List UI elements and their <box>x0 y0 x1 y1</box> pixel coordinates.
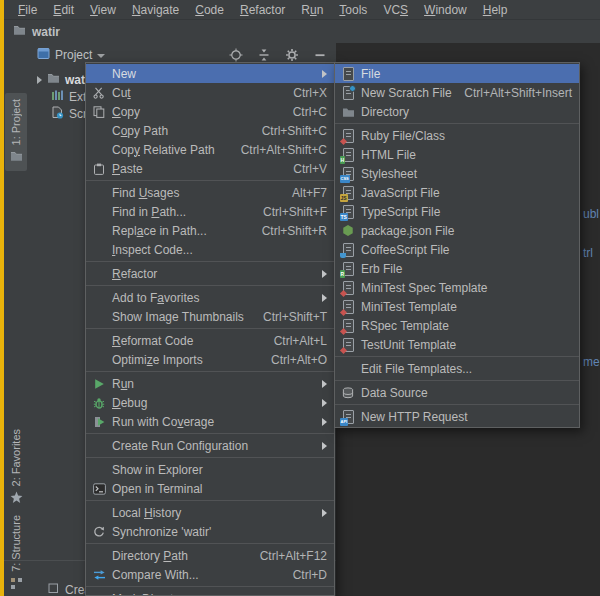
menu-item-label: JavaScript File <box>361 186 440 200</box>
blank-icon <box>91 505 107 521</box>
menu-item-label: TestUnit Template <box>361 338 456 352</box>
menubar-item-edit[interactable]: Edit <box>45 1 82 19</box>
menubar-item-window[interactable]: Window <box>416 1 475 19</box>
menu-item-show-image-thumbnails[interactable]: Show Image ThumbnailsCtrl+Shift+T <box>86 307 334 326</box>
menu-separator <box>335 380 579 381</box>
hide-panel-icon[interactable] <box>312 47 328 63</box>
menu-item-find-in-path[interactable]: Find in Path...Ctrl+Shift+F <box>86 202 334 221</box>
menu-item-inspect-code[interactable]: Inspect Code... <box>86 240 334 259</box>
menubar-item-file[interactable]: File <box>10 1 45 19</box>
tool-window-button-structure[interactable]: 7: Structure <box>5 511 27 596</box>
scratch-icon <box>51 106 64 122</box>
css-icon: CSS <box>340 166 356 182</box>
window-accent-stripe <box>0 0 4 596</box>
menu-item-edit-file-templates[interactable]: Edit File Templates... <box>335 359 579 378</box>
menu-item-typescript-file[interactable]: TSTypeScript File <box>335 202 579 221</box>
rubymine-window: FileEditViewNavigateCodeRefactorRunTools… <box>0 0 600 596</box>
breadcrumb-project[interactable]: watir <box>32 25 60 39</box>
menu-item-copy-path[interactable]: Copy PathCtrl+Shift+C <box>86 121 334 140</box>
menubar-item-vcs[interactable]: VCS <box>375 1 416 19</box>
chevron-down-icon[interactable] <box>97 54 105 58</box>
menu-item-label: Run with Coverage <box>112 415 214 429</box>
submenu-arrow-icon <box>322 442 327 450</box>
project-tab-icon <box>37 47 50 63</box>
blank-icon <box>91 333 107 349</box>
menu-item-new[interactable]: New <box>86 64 334 83</box>
menu-item-refactor[interactable]: Refactor <box>86 264 334 283</box>
menu-item-synchronize-watir[interactable]: Synchronize 'watir' <box>86 522 334 541</box>
menu-item-directory[interactable]: Directory <box>335 102 579 121</box>
menu-item-open-in-terminal[interactable]: Open in Terminal <box>86 479 334 498</box>
menu-item-rspec-template[interactable]: RSpec Template <box>335 316 579 335</box>
project-panel-title[interactable]: Project <box>55 48 92 62</box>
folder-icon <box>47 72 60 87</box>
menu-item-minitest-template[interactable]: MiniTest Template <box>335 297 579 316</box>
menu-item-copy[interactable]: CopyCtrl+C <box>86 102 334 121</box>
menu-item-find-usages[interactable]: Find UsagesAlt+F7 <box>86 183 334 202</box>
tool-window-button-favorites[interactable]: 2: Favorites <box>5 425 27 511</box>
menu-item-testunit-template[interactable]: TestUnit Template <box>335 335 579 354</box>
menu-item-html-file[interactable]: HHTML File <box>335 145 579 164</box>
blank-icon <box>91 204 107 220</box>
menu-item-show-in-explorer[interactable]: Show in Explorer <box>86 460 334 479</box>
editor-text-fragment: ubl <box>583 207 599 221</box>
menu-item-ruby-file-class[interactable]: Ruby File/Class <box>335 126 579 145</box>
menu-item-shortcut: Ctrl+D <box>293 568 327 582</box>
menu-item-data-source[interactable]: Data Source <box>335 383 579 402</box>
menu-item-erb-file[interactable]: RErb File <box>335 259 579 278</box>
menu-item-mark-directory-as[interactable]: Mark Directory as <box>86 589 334 596</box>
collapse-all-icon[interactable] <box>256 47 272 63</box>
menu-item-optimize-imports[interactable]: Optimize ImportsCtrl+Alt+O <box>86 350 334 369</box>
menu-item-copy-relative-path[interactable]: Copy Relative PathCtrl+Alt+Shift+C <box>86 140 334 159</box>
menubar-item-help[interactable]: Help <box>475 1 516 19</box>
menu-item-paste[interactable]: PasteCtrl+V <box>86 159 334 178</box>
menu-item-create-run-configuration[interactable]: Create Run Configuration <box>86 436 334 455</box>
menu-item-run-with-coverage[interactable]: Run with Coverage <box>86 412 334 431</box>
menu-item-javascript-file[interactable]: JSJavaScript File <box>335 183 579 202</box>
menubar-item-run[interactable]: Run <box>293 1 331 19</box>
menu-item-label: Find Usages <box>112 186 179 200</box>
menu-item-new-scratch-file[interactable]: New Scratch FileCtrl+Alt+Shift+Insert <box>335 83 579 102</box>
tool-window-button-project[interactable]: 1: Project <box>5 93 27 171</box>
menu-item-file[interactable]: File <box>335 64 579 83</box>
blank-icon <box>91 185 107 201</box>
menu-item-debug[interactable]: Debug <box>86 393 334 412</box>
menu-item-label: TypeScript File <box>361 205 440 219</box>
menu-item-run[interactable]: Run <box>86 374 334 393</box>
menu-item-label: Copy <box>112 105 140 119</box>
menu-item-package-json-file[interactable]: package.json File <box>335 221 579 240</box>
submenu-arrow-icon <box>322 509 327 517</box>
menu-item-coffeescript-file[interactable]: CoffeeScript File <box>335 240 579 259</box>
menubar-item-refactor[interactable]: Refactor <box>232 1 293 19</box>
menu-item-cut[interactable]: CutCtrl+X <box>86 83 334 102</box>
menu-item-shortcut: Ctrl+Alt+Shift+Insert <box>464 86 572 100</box>
menu-item-replace-in-path[interactable]: Replace in Path...Ctrl+Shift+R <box>86 221 334 240</box>
menubar-item-view[interactable]: View <box>82 1 124 19</box>
menubar-item-code[interactable]: Code <box>187 1 232 19</box>
menu-item-label: New Scratch File <box>361 86 452 100</box>
menu-item-stylesheet[interactable]: CSSStylesheet <box>335 164 579 183</box>
menu-item-local-history[interactable]: Local History <box>86 503 334 522</box>
menu-separator <box>86 328 334 329</box>
menu-item-reformat-code[interactable]: Reformat CodeCtrl+Alt+L <box>86 331 334 350</box>
menu-item-label: Show Image Thumbnails <box>112 310 244 324</box>
locate-file-icon[interactable] <box>228 47 244 63</box>
folder-icon <box>13 24 26 39</box>
db-icon <box>340 385 356 401</box>
ruby-icon <box>340 318 356 334</box>
api-icon: API <box>340 409 356 425</box>
menu-item-shortcut: Ctrl+V <box>293 162 327 176</box>
menubar-item-tools[interactable]: Tools <box>331 1 375 19</box>
settings-gear-icon[interactable] <box>284 47 300 63</box>
menu-item-add-to-favorites[interactable]: Add to Favorites <box>86 288 334 307</box>
expand-arrow-icon[interactable] <box>37 76 42 84</box>
ruby-icon <box>340 280 356 296</box>
menu-item-label: CoffeeScript File <box>361 243 449 257</box>
menubar-item-navigate[interactable]: Navigate <box>124 1 187 19</box>
menu-item-minitest-spec-template[interactable]: MiniTest Spec Template <box>335 278 579 297</box>
menu-separator <box>86 180 334 181</box>
menu-item-compare-with[interactable]: Compare With...Ctrl+D <box>86 565 334 584</box>
menu-item-directory-path[interactable]: Directory PathCtrl+Alt+F12 <box>86 546 334 565</box>
blank-icon <box>91 438 107 454</box>
menu-item-new-http-request[interactable]: APINew HTTP Request <box>335 407 579 426</box>
